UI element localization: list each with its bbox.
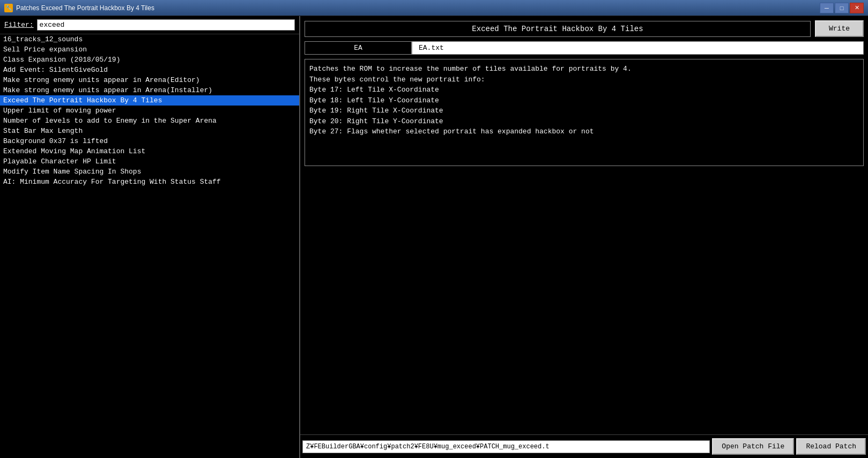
reload-patch-button[interactable]: Reload Patch: [796, 438, 866, 455]
patch-title-row: Exceed The Portrait Hackbox By 4 Tiles W…: [305, 20, 864, 37]
maximize-button[interactable]: □: [835, 3, 849, 13]
patch-list-item[interactable]: Extended Moving Map Animation List: [0, 146, 299, 156]
patch-list-item[interactable]: Playable Character HP Limit: [0, 156, 299, 167]
title-buttons: ─ □ ✕: [820, 3, 864, 13]
patch-list-item[interactable]: Make strong enemy units appear in Arena(…: [0, 75, 299, 85]
filter-label: Filter:: [4, 21, 34, 29]
patch-list-item[interactable]: 16_tracks_12_sounds: [0, 34, 299, 44]
filepath-input[interactable]: [302, 440, 710, 453]
patch-list-item[interactable]: Class Expansion (2018/05/19): [0, 55, 299, 65]
description-area: Patches the ROM to increase the number o…: [305, 59, 864, 166]
open-patch-file-button[interactable]: Open Patch File: [712, 438, 794, 455]
left-panel: Filter: 16_tracks_12_soundsSell Price ex…: [0, 16, 300, 458]
filter-row: Filter:: [0, 16, 299, 34]
patch-list-item[interactable]: Background 0x37 is lifted: [0, 136, 299, 146]
patch-list-item[interactable]: Make strong enemy units appear in Arena(…: [0, 85, 299, 95]
title-bar-left: 🔧 Patches Exceed The Portrait Hackbox By…: [4, 4, 154, 12]
bottom-bar: Open Patch File Reload Patch: [300, 434, 868, 458]
patch-list-item[interactable]: Sell Price expansion: [0, 44, 299, 55]
patch-list-item[interactable]: Modify Item Name Spacing In Shops: [0, 167, 299, 177]
title-bar: 🔧 Patches Exceed The Portrait Hackbox By…: [0, 0, 868, 16]
patch-list: 16_tracks_12_soundsSell Price expansionC…: [0, 34, 299, 458]
right-panel: Exceed The Portrait Hackbox By 4 Tiles W…: [300, 16, 868, 458]
type-label: EA: [305, 41, 412, 55]
patch-title-display: Exceed The Portrait Hackbox By 4 Tiles: [305, 21, 811, 37]
app-icon: 🔧: [4, 4, 13, 12]
patch-list-item[interactable]: Upper limit of moving power: [0, 106, 299, 116]
write-button[interactable]: Write: [815, 20, 864, 37]
window-title: Patches Exceed The Portrait Hackbox By 4…: [16, 4, 154, 12]
patch-list-item[interactable]: Exceed The Portrait Hackbox By 4 Tiles: [0, 95, 299, 106]
filter-input[interactable]: [37, 19, 295, 31]
patch-list-item[interactable]: Number of levels to add to Enemy in the …: [0, 116, 299, 126]
close-button[interactable]: ✕: [850, 3, 864, 13]
patch-list-item[interactable]: Add Event: SilentGiveGold: [0, 65, 299, 75]
main-container: Filter: 16_tracks_12_soundsSell Price ex…: [0, 16, 868, 458]
type-value-input[interactable]: [412, 41, 864, 55]
type-row: EA: [305, 41, 864, 55]
spacer: [305, 170, 864, 454]
patch-list-item[interactable]: AI: Minimum Accuracy For Targeting With …: [0, 177, 299, 187]
minimize-button[interactable]: ─: [820, 3, 834, 13]
patch-list-item[interactable]: Stat Bar Max Length: [0, 126, 299, 136]
